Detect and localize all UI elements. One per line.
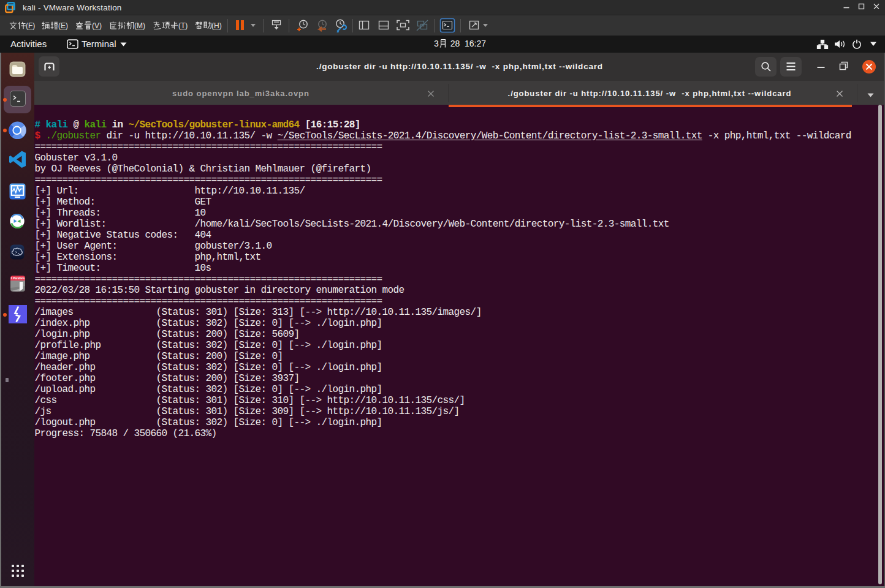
svg-text:‖ Parallels: ‖ Parallels: [11, 277, 25, 280]
